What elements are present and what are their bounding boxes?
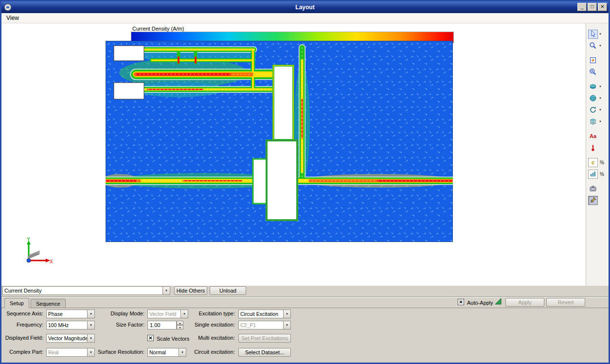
excitation-type-label: Excitation type: [173, 311, 235, 316]
em-status-icon [494, 297, 502, 305]
display-mode-label: Display Mode: [79, 311, 144, 316]
tab-setup[interactable]: Setup [4, 298, 29, 308]
surface-resolution-label: Surface Resolution: [79, 349, 144, 355]
displayed-field-select[interactable]: Vector Magnitude ▼ [46, 334, 95, 343]
displayed-dataset-select[interactable]: Current Density ▼ [2, 286, 170, 295]
chevron-down-icon: ▼ [283, 310, 290, 318]
app-icon[interactable] [4, 3, 12, 11]
chevron-down-icon[interactable]: ▼ [599, 33, 602, 35]
set-port-excitations-button[interactable]: Set Port Excitations [238, 334, 291, 343]
frequency-label: Frequency: [2, 322, 43, 328]
excitation-type-value: Circuit Excitation [239, 310, 283, 318]
complex-part-tool[interactable]: c [588, 158, 598, 167]
rotate-view-tool[interactable] [588, 105, 598, 115]
tab-baseline [1, 308, 609, 308]
axis-orientation-indicator: Y X [22, 236, 54, 265]
chevron-down-icon[interactable]: ▼ [599, 97, 602, 100]
field-plot[interactable] [106, 41, 453, 242]
apply-button[interactable]: Apply [505, 298, 544, 307]
select-dataset-button[interactable]: Select Dataset... [238, 348, 291, 357]
percent-icon[interactable]: % [600, 172, 604, 177]
zoom-in-tool[interactable] [588, 68, 598, 77]
layers-view-tool[interactable] [588, 117, 598, 126]
chevron-down-icon: ▼ [87, 334, 94, 342]
sequence-axis-label: Sequence Axis: [2, 311, 43, 316]
close-button[interactable]: ✕ [598, 3, 607, 11]
revert-button[interactable]: Revert [546, 298, 585, 307]
layout-canvas[interactable]: Current Density (A/m) 1.75e-015 85 [1, 23, 586, 286]
magnitude-plot-tool[interactable] [588, 170, 598, 179]
size-factor-input[interactable]: 1.00 [147, 321, 177, 329]
text-annotation-tool[interactable]: Aa [588, 132, 598, 141]
check-icon: ✕ [459, 299, 463, 305]
size-factor-value: 1.00 [150, 322, 160, 328]
auto-apply-checkbox[interactable]: ✕ [458, 299, 464, 305]
separator [1, 296, 609, 297]
dataset-select-value: Current Density [3, 287, 162, 295]
circuit-excitation-label: Circuit excitation: [173, 349, 235, 355]
chevron-down-icon[interactable]: ▼ [599, 120, 602, 123]
shaded-view-tool[interactable] [588, 94, 598, 103]
displayed-field-value: Vector Magnitude [47, 334, 87, 342]
minimize-button[interactable]: _ [577, 3, 587, 11]
menu-bar: View [1, 13, 609, 23]
menu-view[interactable]: View [1, 14, 24, 22]
maximize-button[interactable]: □ [588, 3, 597, 11]
pin-probe-tool[interactable] [588, 196, 598, 205]
multi-excitation-label: Multi excitation: [173, 335, 235, 341]
chevron-down-icon[interactable]: ▼ [599, 108, 602, 111]
excitation-type-select[interactable]: Circuit Excitation ▼ [238, 310, 291, 318]
surface-view-tool[interactable] [588, 82, 598, 91]
unload-button[interactable]: Unload [210, 286, 246, 295]
chevron-down-icon[interactable]: ▼ [599, 85, 602, 88]
chevron-down-icon: ▼ [283, 321, 290, 329]
single-excitation-value: C2_P1 [239, 321, 283, 329]
tab-sequence[interactable]: Sequence [31, 299, 66, 308]
chevron-down-icon: ▼ [162, 287, 170, 295]
complex-part-label: Complex Part: [2, 349, 43, 355]
scale-vectors-checkbox[interactable]: ✕ [147, 335, 154, 341]
colorbar-title: Current Density (A/m) [132, 26, 184, 32]
hide-others-button[interactable]: Hide Others [174, 286, 207, 295]
check-icon: ✕ [148, 335, 152, 341]
zoom-tool[interactable] [588, 41, 598, 51]
displayed-field-label: Displayed Field: [2, 335, 43, 341]
size-factor-label: Size Factor: [79, 322, 144, 328]
pointer-tool[interactable] [588, 30, 598, 39]
snapshot-tool[interactable] [588, 184, 598, 193]
right-toolbar: ▼ ▼ ▼ ▼ [586, 23, 609, 286]
app-window: Layout _ □ ✕ View Current Density (A/m) … [0, 0, 610, 364]
x-axis-label: X [50, 259, 53, 264]
auto-apply-label[interactable]: Auto-Apply [467, 300, 493, 306]
chevron-down-icon[interactable]: ▼ [599, 44, 602, 47]
single-excitation-label: Single excitation: [173, 322, 235, 328]
title-bar: Layout _ □ ✕ [1, 1, 609, 13]
single-excitation-select[interactable]: C2_P1 ▼ [238, 321, 291, 329]
probe-marker-tool[interactable] [588, 143, 598, 153]
percent-icon[interactable]: % [600, 160, 604, 165]
window-title: Layout [1, 4, 609, 11]
fit-view-tool[interactable] [588, 56, 598, 65]
